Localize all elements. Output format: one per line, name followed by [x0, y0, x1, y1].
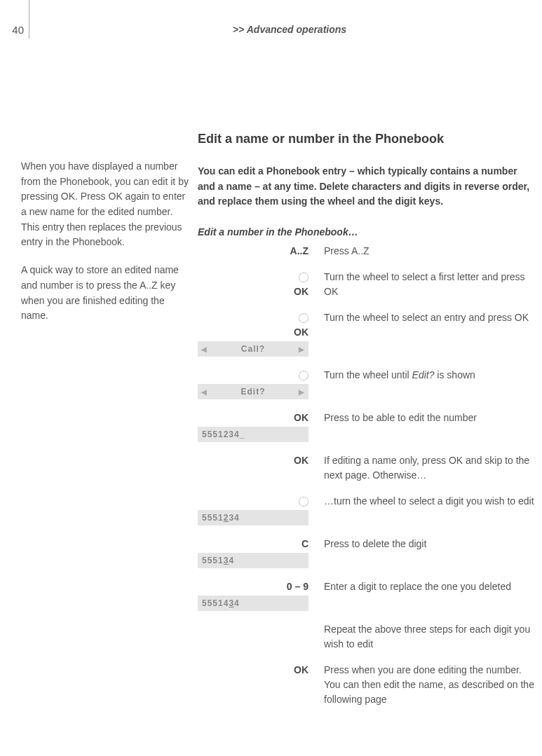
key-label: OK — [294, 412, 309, 423]
header-rule — [29, 0, 29, 39]
key-label: OK — [294, 455, 309, 466]
lcd-cursor: _ — [240, 429, 245, 439]
lcd-display: 5551234_ — [198, 427, 309, 442]
lcd-display: ◀ Call? ▶ — [198, 341, 309, 357]
step-desc: Press to be able to edit the number — [324, 412, 477, 423]
lcd-num: 34 — [229, 513, 239, 523]
section-title: Edit a number in the Phonebook… — [198, 225, 534, 240]
step-row: Repeat the above three steps for each di… — [198, 615, 534, 656]
step-desc: Enter a digit to replace the one you del… — [324, 581, 511, 592]
step-row: 0 – 9 5551434 Enter a digit to replace t… — [198, 572, 534, 615]
main-content: Edit a name or number in the Phonebook Y… — [198, 130, 534, 711]
lcd-num: 5551 — [202, 556, 224, 565]
lcd-num-selected: 3 — [229, 598, 234, 608]
step-row: C 555134 Press to delete the digit — [198, 530, 534, 572]
lcd-display: 555134 — [198, 553, 309, 568]
step-row: OK ◀ Call? ▶ Turn the wheel to select an… — [198, 303, 534, 361]
step-desc: Press A..Z — [324, 245, 370, 256]
step-desc: Turn the wheel to select an entry and pr… — [324, 312, 529, 323]
steps-table: A..Z Press A..Z OK Turn the wheel to sel… — [198, 244, 534, 711]
page-heading: Edit a name or number in the Phonebook — [198, 130, 534, 149]
step-row: OK Turn the wheel to select a first lett… — [198, 263, 534, 303]
lcd-num: 5551 — [202, 513, 224, 523]
triangle-left-icon: ◀ — [201, 344, 208, 355]
triangle-left-icon: ◀ — [201, 387, 208, 397]
step-desc: Repeat the above three steps for each di… — [324, 624, 530, 650]
key-label: 0 – 9 — [287, 581, 309, 592]
step-row: A..Z Press A..Z — [198, 244, 534, 263]
wheel-icon — [299, 497, 309, 507]
key-label: A..Z — [290, 245, 309, 256]
step-desc: Press when you are done editing the numb… — [324, 664, 534, 705]
lcd-display: 5551234 — [198, 510, 309, 525]
sidebar-p1: When you have displayed a number from th… — [21, 159, 189, 250]
sidebar-note: When you have displayed a number from th… — [21, 159, 189, 336]
sidebar-p2: A quick way to store an edited name and … — [21, 263, 189, 324]
step-desc: Turn the wheel to select a first letter … — [324, 271, 525, 297]
step-desc: …turn the wheel to select a digit you wi… — [324, 495, 534, 507]
running-head-text: Advanced operations — [247, 24, 346, 35]
key-label: OK — [294, 327, 309, 338]
step-desc: If editing a name only, press OK and ski… — [324, 455, 529, 481]
step-row: OK 5551234_ Press to be able to edit the… — [198, 404, 534, 446]
step-desc: Turn the wheel until — [324, 369, 412, 380]
step-row: OK If editing a name only, press OK and … — [198, 446, 534, 487]
triangle-right-icon: ▶ — [299, 344, 305, 355]
chevron-icon: >> — [233, 24, 244, 35]
triangle-right-icon: ▶ — [299, 387, 305, 397]
wheel-icon — [299, 313, 309, 323]
wheel-icon — [299, 273, 309, 282]
running-head: >> Advanced operations — [233, 22, 346, 37]
key-label: C — [302, 538, 309, 549]
lcd-num: 4 — [234, 598, 240, 608]
page-number: 40 — [0, 22, 24, 39]
lcd-display: ◀ Edit? ▶ — [198, 384, 309, 399]
step-desc: is shown — [434, 369, 475, 380]
lcd-display: 5551434 — [198, 596, 309, 611]
intro-text: You can edit a Phonebook entry – which t… — [198, 164, 534, 209]
step-row: OK Press when you are done editing the n… — [198, 656, 534, 711]
key-label: OK — [294, 286, 309, 297]
lcd-text: Call? — [241, 344, 265, 354]
wheel-icon — [299, 371, 309, 380]
step-desc-em: Edit? — [412, 369, 435, 380]
lcd-num: 5551234 — [202, 429, 240, 439]
lcd-num: 4 — [229, 556, 234, 565]
step-row: ◀ Edit? ▶ Turn the wheel until Edit? is … — [198, 361, 534, 404]
step-desc: Press to delete the digit — [324, 538, 426, 549]
key-label: OK — [294, 664, 309, 675]
step-row: 5551234 …turn the wheel to select a digi… — [198, 487, 534, 530]
lcd-text: Edit? — [241, 387, 266, 397]
lcd-num: 55514 — [202, 598, 229, 608]
